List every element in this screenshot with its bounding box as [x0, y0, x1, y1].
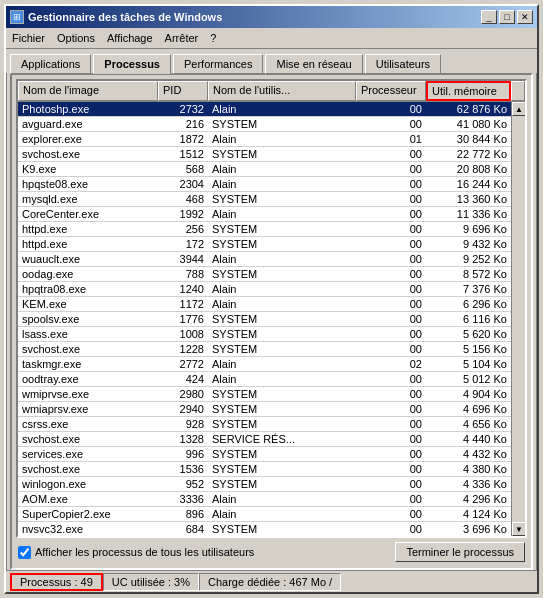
table-row[interactable]: oodtray.exe 424 Alain 00 5 012 Ko: [18, 372, 511, 387]
minimize-button[interactable]: _: [481, 10, 497, 24]
menu-arreter[interactable]: Arrêter: [159, 30, 205, 46]
table-row[interactable]: avguard.exe 216 SYSTEM 00 41 080 Ko: [18, 117, 511, 132]
checkbox-row: Afficher les processus de tous les utili…: [16, 538, 527, 564]
table-row[interactable]: services.exe 996 SYSTEM 00 4 432 Ko: [18, 447, 511, 462]
table-row[interactable]: svchost.exe 1512 SYSTEM 00 22 772 Ko: [18, 147, 511, 162]
cell-user: SYSTEM: [208, 387, 356, 401]
cell-user: Alain: [208, 162, 356, 176]
cell-name: Photoshp.exe: [18, 102, 158, 116]
cell-user: SYSTEM: [208, 192, 356, 206]
cell-memory: 11 336 Ko: [426, 207, 511, 221]
table-row[interactable]: lsass.exe 1008 SYSTEM 00 5 620 Ko: [18, 327, 511, 342]
col-header-name[interactable]: Nom de l'image: [18, 81, 158, 101]
col-header-scroll-corner: [511, 81, 525, 101]
tab-applications[interactable]: Applications: [10, 54, 91, 74]
table-row[interactable]: hpqtra08.exe 1240 Alain 00 7 376 Ko: [18, 282, 511, 297]
table-row[interactable]: CoreCenter.exe 1992 Alain 00 11 336 Ko: [18, 207, 511, 222]
menu-help[interactable]: ?: [204, 30, 222, 46]
cell-name: winlogon.exe: [18, 477, 158, 491]
table-body[interactable]: Photoshp.exe 2732 Alain 00 62 876 Ko avg…: [18, 102, 511, 536]
table-row[interactable]: csrss.exe 928 SYSTEM 00 4 656 Ko: [18, 417, 511, 432]
cell-pid: 2772: [158, 357, 208, 371]
tab-performances[interactable]: Performances: [173, 54, 263, 74]
menu-fichier[interactable]: Fichier: [6, 30, 51, 46]
cell-user: SYSTEM: [208, 327, 356, 341]
col-header-cpu[interactable]: Processeur: [356, 81, 426, 101]
scroll-down-button[interactable]: ▼: [512, 522, 525, 536]
maximize-button[interactable]: □: [499, 10, 515, 24]
table-row[interactable]: oodag.exe 788 SYSTEM 00 8 572 Ko: [18, 267, 511, 282]
table-row[interactable]: wmiprvse.exe 2980 SYSTEM 00 4 904 Ko: [18, 387, 511, 402]
cell-memory: 4 336 Ko: [426, 477, 511, 491]
table-row[interactable]: KEM.exe 1172 Alain 00 6 296 Ko: [18, 297, 511, 312]
table-row[interactable]: SuperCopier2.exe 896 Alain 00 4 124 Ko: [18, 507, 511, 522]
table-row[interactable]: svchost.exe 1328 SERVICE RÉS... 00 4 440…: [18, 432, 511, 447]
col-header-pid[interactable]: PID: [158, 81, 208, 101]
table-header: Nom de l'image PID Nom de l'utilis... Pr…: [18, 81, 525, 102]
cell-user: SYSTEM: [208, 447, 356, 461]
cell-name: svchost.exe: [18, 342, 158, 356]
table-row[interactable]: wmiaprsv.exe 2940 SYSTEM 00 4 696 Ko: [18, 402, 511, 417]
table-row[interactable]: httpd.exe 256 SYSTEM 00 9 696 Ko: [18, 222, 511, 237]
cell-cpu: 00: [356, 417, 426, 431]
table-row[interactable]: Photoshp.exe 2732 Alain 00 62 876 Ko: [18, 102, 511, 117]
scroll-track[interactable]: [512, 116, 525, 522]
col-header-user[interactable]: Nom de l'utilis...: [208, 81, 356, 101]
menu-options[interactable]: Options: [51, 30, 101, 46]
cell-name: oodag.exe: [18, 267, 158, 281]
tab-mise-en-reseau[interactable]: Mise en réseau: [265, 54, 362, 74]
cell-name: hpqtra08.exe: [18, 282, 158, 296]
cell-cpu: 00: [356, 222, 426, 236]
menu-bar: Fichier Options Affichage Arrêter ?: [6, 28, 537, 49]
table-row[interactable]: spoolsv.exe 1776 SYSTEM 00 6 116 Ko: [18, 312, 511, 327]
menu-affichage[interactable]: Affichage: [101, 30, 159, 46]
cell-user: SYSTEM: [208, 462, 356, 476]
cell-name: taskmgr.exe: [18, 357, 158, 371]
col-header-memory[interactable]: Util. mémoire: [426, 81, 511, 101]
cell-user: Alain: [208, 207, 356, 221]
tab-processus[interactable]: Processus: [93, 54, 171, 74]
table-row[interactable]: svchost.exe 1228 SYSTEM 00 5 156 Ko: [18, 342, 511, 357]
table-row[interactable]: winlogon.exe 952 SYSTEM 00 4 336 Ko: [18, 477, 511, 492]
cell-cpu: 00: [356, 462, 426, 476]
table-row[interactable]: taskmgr.exe 2772 Alain 02 5 104 Ko: [18, 357, 511, 372]
tabs-bar: Applications Processus Performances Mise…: [6, 49, 537, 73]
table-row[interactable]: httpd.exe 172 SYSTEM 00 9 432 Ko: [18, 237, 511, 252]
table-row[interactable]: wuauclt.exe 3944 Alain 00 9 252 Ko: [18, 252, 511, 267]
cell-pid: 2940: [158, 402, 208, 416]
title-bar-left: ⊞ Gestionnaire des tâches de Windows: [10, 10, 222, 24]
cell-memory: 5 156 Ko: [426, 342, 511, 356]
cell-memory: 4 696 Ko: [426, 402, 511, 416]
table-row[interactable]: K9.exe 568 Alain 00 20 808 Ko: [18, 162, 511, 177]
terminate-process-button[interactable]: Terminer le processus: [395, 542, 525, 562]
table-row[interactable]: svchost.exe 1536 SYSTEM 00 4 380 Ko: [18, 462, 511, 477]
cell-user: Alain: [208, 357, 356, 371]
table-row[interactable]: AOM.exe 3336 Alain 00 4 296 Ko: [18, 492, 511, 507]
scrollbar[interactable]: ▲ ▼: [511, 102, 525, 536]
cell-memory: 3 696 Ko: [426, 522, 511, 536]
cell-user: Alain: [208, 252, 356, 266]
cell-cpu: 00: [356, 477, 426, 491]
cell-user: SYSTEM: [208, 237, 356, 251]
table-row[interactable]: hpqste08.exe 2304 Alain 00 16 244 Ko: [18, 177, 511, 192]
cell-cpu: 00: [356, 447, 426, 461]
cell-name: wmiaprsv.exe: [18, 402, 158, 416]
cell-name: oodtray.exe: [18, 372, 158, 386]
window-icon: ⊞: [10, 10, 24, 24]
scroll-up-button[interactable]: ▲: [512, 102, 525, 116]
cell-pid: 1328: [158, 432, 208, 446]
cell-pid: 928: [158, 417, 208, 431]
cell-user: SYSTEM: [208, 522, 356, 536]
show-all-users-checkbox[interactable]: [18, 546, 31, 559]
close-button[interactable]: ✕: [517, 10, 533, 24]
tab-utilisateurs[interactable]: Utilisateurs: [365, 54, 441, 74]
cell-name: explorer.exe: [18, 132, 158, 146]
cell-memory: 16 244 Ko: [426, 177, 511, 191]
table-with-scrollbar: Photoshp.exe 2732 Alain 00 62 876 Ko avg…: [18, 102, 525, 536]
table-row[interactable]: nvsvc32.exe 684 SYSTEM 00 3 696 Ko: [18, 522, 511, 536]
cell-name: avguard.exe: [18, 117, 158, 131]
table-row[interactable]: explorer.exe 1872 Alain 01 30 844 Ko: [18, 132, 511, 147]
cell-user: SERVICE RÉS...: [208, 432, 356, 446]
title-bar: ⊞ Gestionnaire des tâches de Windows _ □…: [6, 6, 537, 28]
table-row[interactable]: mysqld.exe 468 SYSTEM 00 13 360 Ko: [18, 192, 511, 207]
